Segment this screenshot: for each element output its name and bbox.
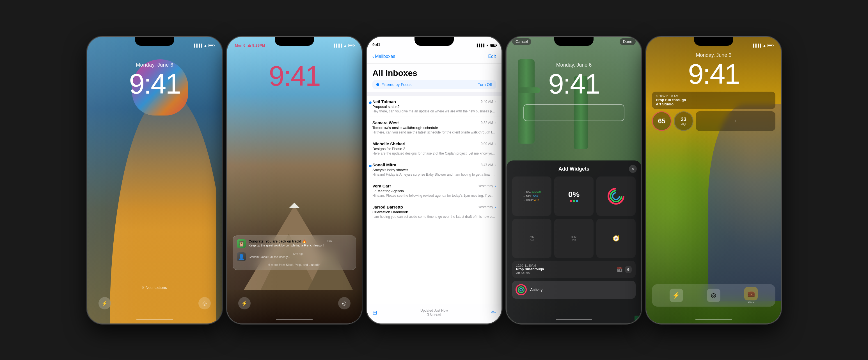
phone2-time: 9:41 bbox=[227, 60, 362, 92]
camera-icon-p2: ◎ bbox=[342, 300, 347, 306]
dock-item-work[interactable]: 💼 Work bbox=[744, 287, 758, 304]
filtered-focus-bar: Filtered by Focus Turn Off bbox=[372, 80, 496, 89]
close-widgets-button[interactable]: ✕ bbox=[629, 165, 637, 173]
mail-item-header-3: Sonali Mitra 8:47 AM › bbox=[372, 162, 496, 167]
mail-item-header-4: Vera Carr Yesterday › bbox=[372, 184, 496, 188]
phone4-widget-placeholder bbox=[523, 104, 624, 121]
turn-off-button[interactable]: Turn Off bbox=[478, 82, 492, 87]
phone-2: Mon 6 ⛰ 8:29PM ▐▐▐▐ ▲ 9:41 🦉 bbox=[227, 37, 362, 324]
mail-item-4[interactable]: Vera Carr Yesterday › L5 Meeting Agenda … bbox=[367, 180, 501, 201]
flashlight-button-p2[interactable]: ⚡ bbox=[238, 297, 251, 309]
wifi-icon-p5: ▲ bbox=[763, 44, 766, 48]
widget-cal[interactable]: → CAL 375/500 → MIN 19/30 → HOUR 4/12 bbox=[512, 176, 552, 216]
compose-icon[interactable]: ✏ bbox=[491, 309, 496, 315]
time-chevron-5: Yesterday › bbox=[478, 205, 496, 209]
notif-row-1: 🦉 Congrats! You are back on track! 🔥 Kee… bbox=[237, 239, 352, 248]
home-indicator-p4 bbox=[556, 319, 592, 320]
phone5-extra-icon: + bbox=[735, 119, 736, 123]
phone5-extra-widget: + bbox=[696, 111, 775, 131]
mail-item-5[interactable]: Jarrod Barretto Yesterday › Orientation … bbox=[367, 201, 501, 222]
activity-widget[interactable]: Activity bbox=[512, 281, 636, 299]
notif-body-1: Keep up the great work by completing a F… bbox=[249, 243, 324, 248]
mail-updated: Updated Just Now bbox=[377, 308, 491, 312]
status-icons-p5: ▐▐▐▐ ▲ bbox=[752, 44, 773, 48]
widget-grid-row2: 7:00 AM 8:29 PM 🧭 bbox=[512, 219, 636, 258]
mail-sender-2: Michelle Shekari bbox=[372, 141, 405, 146]
phone5-dock: ⚡ ◎ 💼 Work bbox=[652, 284, 775, 307]
cancel-button[interactable]: Cancel bbox=[512, 39, 531, 44]
mail-sender-5: Jarrod Barretto bbox=[372, 204, 403, 210]
mail-sender-1: Samara West bbox=[372, 120, 399, 125]
phone4-date: Monday, June 6 bbox=[506, 62, 641, 68]
phone-1: ▐▐▐▐ ▲ Monday, June 6 9:41 8 Notificatio… bbox=[87, 37, 222, 324]
phone5-person bbox=[708, 104, 781, 301]
status-icons: ▐▐▐▐ ▲ bbox=[193, 44, 214, 48]
mail-nav-bar: ‹ Mailboxes Edit bbox=[367, 49, 501, 64]
event-time: 10:00–11:30AM bbox=[516, 264, 544, 267]
mail-item-2[interactable]: Michelle Shekari 9:09 AM › Designs for P… bbox=[367, 138, 501, 159]
mail-title: All Inboxes bbox=[372, 68, 496, 78]
lock-time-text-p2: 9:41 bbox=[269, 60, 320, 92]
notch-p3 bbox=[414, 37, 454, 46]
home-indicator-p5 bbox=[695, 319, 732, 320]
camera-icon-p5: ◎ bbox=[711, 292, 716, 299]
camera-button[interactable]: ◎ bbox=[198, 297, 211, 309]
widget-time-sub: AM bbox=[530, 238, 534, 241]
phone5-date: Monday, June 6 bbox=[646, 52, 781, 58]
camera-icon: ◎ bbox=[202, 300, 207, 306]
dock-item-flashlight[interactable]: ⚡ bbox=[669, 288, 683, 302]
mail-item-1[interactable]: Samara West 9:32 AM › Tomorrow's onsite … bbox=[367, 117, 501, 138]
phone5-time: 9:41 bbox=[646, 58, 781, 90]
notification-count: 8 Notifications bbox=[142, 285, 167, 290]
time-chevron-3: 8:47 AM › bbox=[480, 163, 496, 167]
widget-rings[interactable]: ✓ bbox=[596, 176, 636, 216]
mail-item-header-1: Samara West 9:32 AM › bbox=[372, 120, 496, 125]
back-button[interactable]: ‹ Mailboxes bbox=[372, 54, 395, 59]
widget-event-wide[interactable]: 10:00–11:30AM Prop run-through Art Studi… bbox=[512, 261, 636, 278]
calendar-icon: 📅 bbox=[617, 266, 623, 272]
close-icon: ✕ bbox=[631, 167, 634, 171]
notif-title-2: Graham Clarke Call me when y... bbox=[249, 255, 290, 258]
mail-subject-2: Designs for Phase 2 bbox=[372, 147, 496, 151]
mail-subject-4: L5 Meeting Agenda bbox=[372, 189, 496, 193]
mail-time-0: 9:40 AM bbox=[480, 100, 493, 104]
filtered-dot bbox=[376, 83, 379, 86]
mail-footer: ⊟ Updated Just Now 3 Unread ✏ bbox=[367, 304, 501, 324]
camera-button-p2[interactable]: ◎ bbox=[338, 297, 350, 309]
widget-time[interactable]: 7:00 AM bbox=[512, 219, 552, 258]
flashlight-button[interactable]: ⚡ bbox=[98, 297, 111, 309]
wifi-icon-p3: ▲ bbox=[486, 44, 489, 47]
time-chevron-1: 9:32 AM › bbox=[480, 120, 496, 124]
signal-icon: ▐▐▐▐ bbox=[193, 44, 202, 48]
mail-preview-5: I am hoping you can set aside some time … bbox=[372, 215, 496, 219]
contact-icon: 👤 bbox=[237, 252, 246, 261]
phone4-time: 9:41 bbox=[506, 68, 641, 100]
widget-weather[interactable]: 🧭 bbox=[596, 219, 636, 258]
phones-container: ▐▐▐▐ ▲ Monday, June 6 9:41 8 Notificatio… bbox=[76, 26, 792, 335]
time-chevron-2: 9:09 AM › bbox=[480, 142, 496, 145]
notch-p4 bbox=[554, 37, 593, 46]
widget-world[interactable]: 8:29 PM bbox=[554, 219, 593, 258]
mail-subject-5: Orientation Handbook bbox=[372, 210, 496, 214]
add-widgets-title: Add Widgets bbox=[512, 166, 636, 172]
activity-rings bbox=[608, 188, 624, 204]
battery-icon-p5 bbox=[768, 44, 773, 47]
wifi-icon: ▲ bbox=[204, 44, 207, 48]
mailboxes-icon[interactable]: ⊟ bbox=[372, 309, 377, 315]
phone5-event-title: Prop run-through Art Studio bbox=[656, 98, 772, 106]
phone1-time: 9:41 bbox=[87, 68, 222, 100]
done-label: Done bbox=[619, 38, 636, 45]
flashlight-icon-p5: ⚡ bbox=[673, 292, 680, 299]
done-button[interactable]: Done bbox=[619, 39, 636, 44]
mail-preview-1: Hi there, can you send me the latest sch… bbox=[372, 130, 496, 134]
phone2-bottom-bar: ⚡ ◎ bbox=[227, 297, 362, 309]
mail-item-0[interactable]: Neil Tolman 9:40 AM › Proposal status? H… bbox=[367, 96, 501, 117]
widget-percent[interactable]: 0% bbox=[554, 176, 593, 216]
mail-time-3: 8:47 AM bbox=[480, 163, 493, 167]
widget-event-right: 📅 6 bbox=[617, 266, 632, 273]
mail-arrow-2: › bbox=[495, 142, 496, 145]
dock-item-camera[interactable]: ◎ bbox=[707, 288, 720, 302]
edit-button[interactable]: Edit bbox=[488, 54, 496, 59]
lock-date-text-p5: Monday, June 6 bbox=[696, 52, 731, 58]
mail-item-3[interactable]: Sonali Mitra 8:47 AM › Ameya's baby show… bbox=[367, 159, 501, 180]
